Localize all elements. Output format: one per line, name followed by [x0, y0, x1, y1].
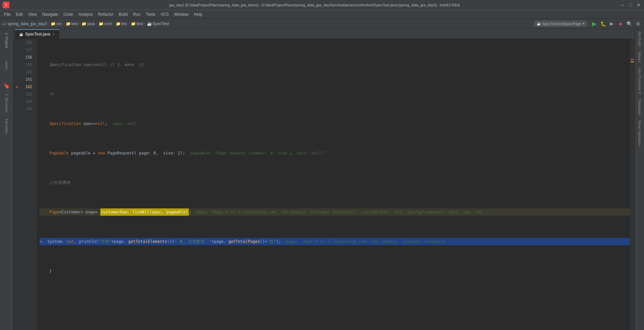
nav-java: 📁 java [82, 21, 95, 26]
nav-tho: 📁 tho [116, 21, 127, 26]
sidebar-learn-btn[interactable]: Learn [1, 57, 13, 74]
title-bar: I jpa_day1 [D:\ideaProjectPlace\spring_d… [0, 0, 644, 10]
stop-btn[interactable]: ■ [616, 20, 625, 27]
menu-item-code[interactable]: Code [61, 10, 76, 19]
code-line-160: //分页查询 [40, 179, 630, 186]
menu-item-vcs[interactable]: VCS [158, 10, 172, 19]
menu-item-edit[interactable]: Edit [13, 10, 25, 19]
gutter: ● [13, 39, 20, 330]
menu-item-navigate[interactable]: Navigate [40, 10, 61, 19]
code-line-161: Page<Customer> page= customerDao. findAl… [40, 208, 630, 216]
nav-spectest: ☕ SpecTest [147, 21, 169, 26]
project-name: spring_data_jpa_day3 [7, 21, 47, 26]
menu-item-help[interactable]: Help [191, 10, 205, 19]
key-promoter-tab[interactable]: Key Promoter X [636, 65, 643, 97]
run-with-coverage-btn[interactable]: ▶ [608, 20, 616, 27]
database-tab[interactable]: Database [636, 97, 643, 118]
run-config-name: SpecTest.testSpecPage [542, 22, 581, 26]
code-line-164 [40, 297, 630, 304]
nav-test: 📁 test [66, 21, 78, 26]
sidebar-project-btn[interactable]: 1: Project [1, 30, 13, 50]
left-sidebar: 1: Project Learn 🔖 2: Structure Favorite… [0, 29, 13, 330]
app-icon: I [3, 2, 9, 8]
breakpoint-indicator: ● [13, 83, 20, 90]
menu-item-view[interactable]: View [25, 10, 40, 19]
stripe-warning [631, 61, 634, 62]
code-content[interactable]: Specification spec=null; // 1. mx%x }} *… [37, 39, 630, 330]
editor-container: ☕ SpecTest.java ✕ [13, 29, 635, 330]
title-text: jpa_day1 [D:\ideaProjectPlace\spring_dat… [9, 3, 620, 7]
project-icon: 🗂 [2, 21, 6, 26]
menu-item-window[interactable]: Window [171, 10, 191, 19]
menu-item-tools[interactable]: Tools [143, 10, 158, 19]
tab-close-icon[interactable]: ✕ [52, 32, 55, 36]
close-button[interactable]: ✕ [636, 2, 641, 8]
menu-item-analyze[interactable]: Analyze [76, 10, 96, 19]
run-config-selector[interactable]: ☕ SpecTest.testSpecPage ▾ [534, 21, 587, 26]
code-line-156: Specification spec=null; // 1. mx%x }} [40, 61, 630, 68]
nav-test2: 📁 test [131, 21, 143, 26]
menu-bar: FileEditViewNavigateCodeAnalyzeRefactorB… [0, 10, 644, 19]
sidebar-structure-btn[interactable]: 2: Structure [1, 91, 13, 115]
nav-bar: 🗂 spring_data_jpa_day3 › 📁 src › 📁 test … [0, 19, 644, 29]
code-line-157: */ [40, 90, 630, 98]
code-line-163: } [40, 267, 630, 275]
right-sidebar: Ant Build Maven Key Promoter X Database … [635, 29, 644, 330]
menu-item-file[interactable]: File [1, 10, 13, 19]
sidebar-favorites-btn[interactable]: Favorites [1, 115, 13, 138]
menu-item-build[interactable]: Build [116, 10, 130, 19]
error-stripe [630, 39, 635, 330]
sidebar-bookmark-btn[interactable]: 🔖 [1, 80, 13, 91]
exec-arrow-indicator [13, 90, 20, 98]
run-button[interactable]: ▶ [590, 20, 598, 27]
nav-src: 📁 src [51, 21, 62, 26]
run-config-dropdown[interactable]: ▾ [583, 21, 585, 26]
code-line-162: → System. out. println("共有"+page. getTot… [40, 238, 630, 245]
settings-btn[interactable]: ⚙ [634, 20, 642, 27]
tab-label: SpecTest.java [25, 32, 50, 37]
code-line-158: Specification spec=null; spec: null [40, 120, 630, 127]
bean-validation-tab[interactable]: Bean Validation [636, 118, 643, 149]
editor-right: ● 156 157 158 159 160 161 162 [13, 39, 635, 330]
line-numbers: 156 157 158 159 160 161 162 163 164 165 [20, 39, 37, 330]
nav-com: 📁 com [99, 21, 112, 26]
stripe-error [631, 59, 634, 60]
maven-tab[interactable]: Maven [636, 49, 643, 65]
ant-build-tab[interactable]: Ant Build [636, 29, 643, 49]
menu-item-run[interactable]: Run [130, 10, 143, 19]
code-area: ● 156 157 158 159 160 161 162 [13, 39, 630, 330]
code-line-165 [40, 326, 630, 330]
code-line-159: Pageable pageable = new PageRequest( pag… [40, 149, 630, 157]
window-controls: ─ □ ✕ [620, 2, 641, 8]
menu-item-refactor[interactable]: Refactor [96, 10, 116, 19]
maximize-button[interactable]: □ [628, 2, 633, 8]
editor-tab-spectest[interactable]: ☕ SpecTest.java ✕ [15, 29, 59, 39]
editor-tabs: ☕ SpecTest.java ✕ [13, 29, 635, 39]
search-btn[interactable]: 🔍 [625, 20, 633, 27]
debug-run-btn[interactable]: 🐛 [599, 20, 607, 27]
minimize-button[interactable]: ─ [620, 2, 625, 8]
